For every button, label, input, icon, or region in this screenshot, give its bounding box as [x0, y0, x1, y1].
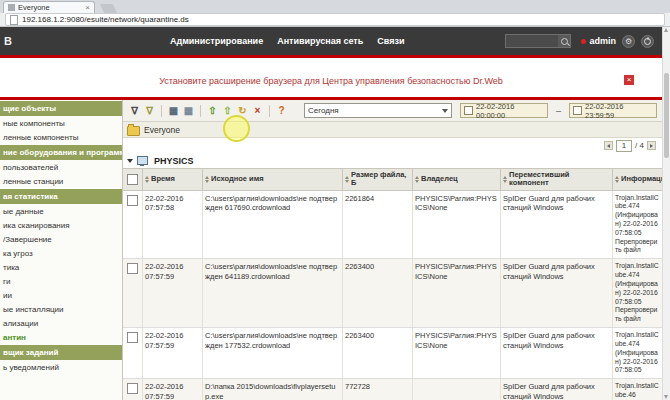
sidebar-section-header: щие объекты — [0, 101, 122, 116]
prev-page-button[interactable] — [604, 141, 613, 150]
sidebar-item[interactable]: тика — [0, 260, 122, 274]
sidebar-item[interactable]: антин — [0, 330, 122, 344]
filter-icon[interactable]: ∇ — [128, 104, 141, 117]
search-input[interactable] — [506, 37, 558, 46]
group-bar[interactable]: Everyone — [123, 122, 662, 138]
nav-item-administration[interactable]: Администрирование — [170, 36, 263, 46]
calendar-icon — [573, 106, 582, 115]
cell-owner: PHYSICS\Раглия:PHYSICS\None — [413, 259, 501, 327]
scroll-up-icon[interactable] — [664, 28, 668, 32]
help-icon[interactable]: ? — [275, 104, 288, 117]
select-all-checkbox[interactable] — [127, 174, 138, 185]
column-header[interactable]: Переместивший компонент — [501, 169, 613, 190]
station-row[interactable]: PHYSICS — [123, 153, 662, 168]
cell-time: 22-02-2016 07:57:59 — [143, 328, 203, 378]
table-row[interactable]: 22-02-2016 07:57:59C:\users\раглия\downl… — [123, 328, 662, 379]
delete-icon[interactable]: × — [251, 104, 264, 117]
url-field[interactable]: 192.168.1.2:9080/esuite/network/quaranti… — [5, 13, 665, 26]
banner-close-button[interactable]: × — [624, 75, 634, 85]
restore-icon[interactable]: ⇧ — [206, 104, 219, 117]
gear-icon: ⚙ — [625, 37, 632, 46]
cell-filename: D:\папка 2015\downloads\flvplayersetup.e… — [203, 379, 343, 400]
toolbar-separator — [161, 105, 162, 117]
cell-filename: C:\users\раглия\downloads\не подтвержден… — [203, 191, 343, 259]
sort-icon — [415, 176, 419, 183]
column-header-label: Владелец — [421, 175, 458, 183]
page-input[interactable]: 1 — [616, 140, 632, 152]
nav-item-antivirus-network[interactable]: Антивирусная сеть — [277, 36, 363, 46]
sidebar-section-header: ая статистика — [0, 189, 122, 204]
sidebar-item[interactable]: ь уведомлений — [0, 360, 122, 374]
nav-item-relations[interactable]: Связи — [377, 36, 404, 46]
sidebar-item[interactable]: ые данные — [0, 204, 122, 218]
checkbox-cell — [123, 259, 143, 327]
search-icon — [561, 38, 568, 45]
column-header[interactable]: Исходное имя — [203, 169, 343, 190]
search-box[interactable] — [505, 34, 571, 48]
scrollbar-thumb[interactable] — [664, 73, 669, 158]
admin-badge[interactable]: admin — [581, 36, 616, 46]
table-body: 22-02-2016 07:57:58C:\users\раглия\downl… — [123, 191, 662, 400]
sidebar-item[interactable]: пользователей — [0, 160, 122, 174]
save-all-icon[interactable]: ▦ — [182, 104, 195, 117]
column-header[interactable]: Владелец — [413, 169, 501, 190]
sort-icon — [345, 176, 349, 183]
chevron-right-icon — [650, 144, 653, 148]
row-checkbox[interactable] — [127, 332, 138, 343]
cell-filename: C:\users\раглия\downloads\не подтвержден… — [203, 328, 343, 378]
table-row[interactable]: 22-02-2016 07:57:58C:\users\раглия\downl… — [123, 191, 662, 260]
column-header-label: Время — [151, 175, 175, 183]
new-tab-button[interactable] — [100, 4, 117, 13]
sidebar-section-header: вщик заданий — [0, 345, 122, 360]
nav-items: АдминистрированиеАнтивирусная сетьСвязи — [170, 36, 405, 46]
save-file-icon[interactable]: ▦ — [167, 104, 180, 117]
column-header-label: Переместивший компонент — [509, 171, 610, 188]
table-row[interactable]: 22-02-2016 07:57:59D:\папка 2015\downloa… — [123, 379, 662, 400]
row-checkbox[interactable] — [127, 383, 138, 394]
table-row[interactable]: 22-02-2016 07:57:59C:\users\раглия\downl… — [123, 259, 662, 328]
sidebar-item[interactable]: ика сканирования — [0, 218, 122, 232]
column-header-label: Исходное имя — [211, 175, 264, 183]
sidebar-item[interactable]: ленные компоненты — [0, 130, 122, 144]
logout-button[interactable] — [641, 35, 654, 48]
sidebar-item[interactable]: /Завершение — [0, 232, 122, 246]
sidebar-item[interactable]: ные компоненты — [0, 116, 122, 130]
date-from-input[interactable]: 22-02-2016 00:00:00 — [460, 103, 548, 118]
row-checkbox[interactable] — [127, 195, 138, 206]
column-header[interactable]: Размер файла, Б — [343, 169, 413, 190]
period-select[interactable]: Сегодня — [304, 103, 452, 118]
toolbar-icons: ∇∇▦▦⇧⇧↻×? — [128, 104, 288, 117]
row-checkbox[interactable] — [127, 263, 138, 274]
search-button[interactable] — [558, 35, 570, 47]
tab-close-icon[interactable]: × — [85, 4, 90, 12]
sidebar-item[interactable]: ги — [0, 274, 122, 288]
column-header[interactable]: Информация — [613, 169, 662, 190]
sidebar-item[interactable]: ленные станции — [0, 174, 122, 188]
sort-icon — [145, 176, 149, 183]
cell-size: 2263400 — [343, 328, 413, 378]
page-root: Everyone × 192.168.1.2:9080/esuite/netwo… — [0, 0, 670, 400]
table-header: ВремяИсходное имяРазмер файла, БВладелец… — [123, 168, 662, 191]
content: ∇∇▦▦⇧⇧↻×? Сегодня 22-02-2016 00:00:00 – … — [123, 100, 662, 400]
settings-button[interactable]: ⚙ — [622, 35, 635, 48]
group-label: Everyone — [144, 125, 180, 135]
next-page-button[interactable] — [647, 141, 656, 150]
main-navbar: B АдминистрированиеАнтивирусная сетьСвяз… — [0, 27, 662, 55]
cell-time: 22-02-2016 07:57:59 — [143, 259, 203, 327]
power-icon — [644, 38, 651, 45]
browser-tab[interactable]: Everyone × — [3, 1, 95, 13]
browser-scrollbar[interactable] — [662, 27, 670, 400]
sort-icon — [503, 176, 507, 183]
banner-line-top — [0, 55, 662, 58]
sidebar-item[interactable]: ии — [0, 288, 122, 302]
station-name: PHYSICS — [154, 156, 194, 166]
toolbar-separator — [200, 105, 201, 117]
folder-icon — [127, 126, 140, 136]
date-to-input[interactable]: 22-02-2016 23:59:59 — [569, 103, 657, 118]
autofilter-icon[interactable]: ∇ — [143, 104, 156, 117]
sidebar-item[interactable]: ализации — [0, 316, 122, 330]
scroll-down-icon[interactable] — [664, 395, 668, 399]
column-header[interactable]: Время — [143, 169, 203, 190]
sidebar-item[interactable]: ые инсталляции — [0, 302, 122, 316]
sidebar-item[interactable]: ка угроз — [0, 246, 122, 260]
